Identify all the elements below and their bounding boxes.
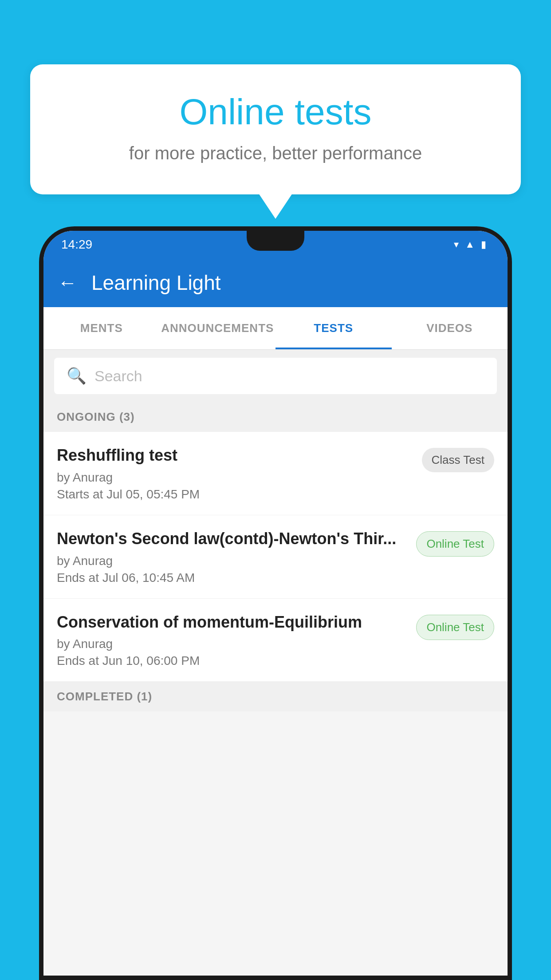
test-item[interactable]: Reshuffling test by Anurag Starts at Jul… xyxy=(43,432,508,515)
battery-icon: ▮ xyxy=(481,239,486,250)
status-icons: ▾ ▲ ▮ xyxy=(454,239,486,250)
tab-videos[interactable]: VIDEOS xyxy=(392,307,508,349)
search-box[interactable]: 🔍 Search xyxy=(54,358,497,394)
ongoing-section-header: ONGOING (3) xyxy=(43,402,508,432)
test-item[interactable]: Newton's Second law(contd)-Newton's Thir… xyxy=(43,515,508,599)
phone-screen: 14:29 ▾ ▲ ▮ ← Learning Light MENTS ANNOU… xyxy=(43,231,508,976)
wifi-icon: ▾ xyxy=(454,239,459,250)
test-list: Reshuffling test by Anurag Starts at Jul… xyxy=(43,432,508,682)
speech-bubble: Online tests for more practice, better p… xyxy=(30,64,521,194)
test-time: Starts at Jul 05, 05:45 PM xyxy=(57,487,413,502)
speech-bubble-container: Online tests for more practice, better p… xyxy=(30,64,521,194)
test-badge-online-2: Online Test xyxy=(416,615,494,640)
notch xyxy=(247,231,304,251)
test-info: Newton's Second law(contd)-Newton's Thir… xyxy=(57,529,416,585)
app-title: Learning Light xyxy=(91,271,221,295)
test-name: Reshuffling test xyxy=(57,445,413,466)
test-author: by Anurag xyxy=(57,470,413,485)
test-item[interactable]: Conservation of momentum-Equilibrium by … xyxy=(43,599,508,682)
tab-ments[interactable]: MENTS xyxy=(43,307,160,349)
back-button[interactable]: ← xyxy=(58,272,77,294)
bubble-title: Online tests xyxy=(66,91,485,133)
signal-icon: ▲ xyxy=(465,239,475,250)
test-name: Conservation of momentum-Equilibrium xyxy=(57,612,407,633)
phone-container: 14:29 ▾ ▲ ▮ ← Learning Light MENTS ANNOU… xyxy=(39,226,512,980)
phone-frame: 14:29 ▾ ▲ ▮ ← Learning Light MENTS ANNOU… xyxy=(39,226,512,980)
test-name: Newton's Second law(contd)-Newton's Thir… xyxy=(57,529,407,549)
test-badge-online: Online Test xyxy=(416,531,494,557)
test-time: Ends at Jun 10, 06:00 PM xyxy=(57,654,407,668)
search-container: 🔍 Search xyxy=(43,350,508,402)
status-time: 14:29 xyxy=(61,237,92,252)
search-icon: 🔍 xyxy=(67,367,87,385)
bubble-subtitle: for more practice, better performance xyxy=(66,143,485,163)
tab-tests[interactable]: TESTS xyxy=(276,307,392,349)
tab-announcements[interactable]: ANNOUNCEMENTS xyxy=(160,307,276,349)
test-author: by Anurag xyxy=(57,637,407,651)
search-placeholder: Search xyxy=(94,368,142,385)
test-info: Conservation of momentum-Equilibrium by … xyxy=(57,612,416,668)
status-bar: 14:29 ▾ ▲ ▮ xyxy=(43,231,508,258)
completed-section-header: COMPLETED (1) xyxy=(43,682,508,711)
test-author: by Anurag xyxy=(57,554,407,568)
app-bar: ← Learning Light xyxy=(43,258,508,307)
test-time: Ends at Jul 06, 10:45 AM xyxy=(57,571,407,585)
tabs-bar: MENTS ANNOUNCEMENTS TESTS VIDEOS xyxy=(43,307,508,350)
test-info: Reshuffling test by Anurag Starts at Jul… xyxy=(57,445,422,502)
test-badge-class: Class Test xyxy=(422,448,494,472)
